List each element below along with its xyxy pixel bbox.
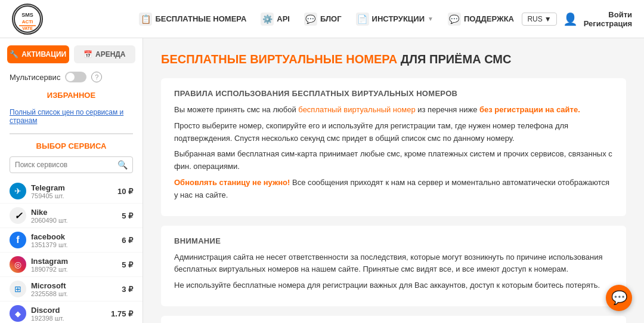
service-price-instagram: 5 ₽ <box>122 260 133 269</box>
search-box: 🔍 <box>10 156 133 173</box>
rules-title: ПРАВИЛА ИСПОЛЬЗОВАНИЯ БЕСПЛАТНЫХ ВИРТУАЛ… <box>174 89 613 98</box>
service-info-microsoft: Microsoft 2325588 шт. <box>31 281 122 297</box>
sidebar-tabs: 🔧 АКТИВАЦИИ 📅 АРЕНДА <box>0 45 143 63</box>
service-price-discord: 1.75 ₽ <box>111 309 133 318</box>
instagram-logo: ◎ <box>10 256 26 273</box>
service-info-instagram: Instagram 1890792 шт. <box>31 257 122 273</box>
toggle-knob <box>66 73 75 81</box>
facebook-logo: f <box>10 232 26 248</box>
service-name-discord: Discord <box>31 306 111 315</box>
multiservice-label: Мультисервис <box>10 73 60 82</box>
logo-icon: SMS ACTI VATE <box>12 4 43 35</box>
nav-api[interactable]: ⚙️ API <box>261 13 290 26</box>
layout: 🔧 АКТИВАЦИИ 📅 АРЕНДА Мультисервис ? ИЗБР… <box>0 38 644 323</box>
service-price-nike: 5 ₽ <box>122 211 133 220</box>
rules-box: ПРАВИЛА ИСПОЛЬЗОВАНИЯ БЕСПЛАТНЫХ ВИРТУАЛ… <box>161 78 626 216</box>
user-icon: 👤 <box>563 12 578 26</box>
rules-text2: из перечня ниже <box>416 105 479 114</box>
lang-arrow-icon: ▼ <box>544 15 552 23</box>
warning-bold: Не используйте бесплатные номера для рег… <box>174 279 613 292</box>
warning-box: ВНИМАНИЕ Администрация сайта не несет от… <box>161 226 626 306</box>
warning-title: ВНИМАНИЕ <box>174 236 613 245</box>
service-info-discord: Discord 192398 шт. <box>31 306 111 322</box>
nav-instructions[interactable]: 📄 ИНСТРУКЦИИ ▼ <box>356 13 434 26</box>
service-item-nike[interactable]: ✓ Nike 2060490 шт. 5 ₽ <box>0 204 143 228</box>
service-item-discord[interactable]: ◆ Discord 192398 шт. 1.75 ₽ <box>0 302 143 323</box>
favorites-title: ИЗБРАННОЕ <box>0 91 143 100</box>
service-name-telegram: Telegram <box>31 183 117 192</box>
nav-api-label: API <box>277 14 290 23</box>
nav-blog-label: БЛОГ <box>320 14 342 23</box>
service-item-facebook[interactable]: f facebook 1351379 шт. 6 ₽ <box>0 228 143 253</box>
service-count-facebook: 1351379 шт. <box>31 241 122 248</box>
service-name-instagram: Instagram <box>31 257 122 266</box>
rules-link2: без регистрации на сайте. <box>479 105 580 114</box>
rent-icon: 📅 <box>83 50 92 59</box>
logo-area: SMS ACTI VATE <box>12 4 131 35</box>
page-title-orange: БЕСПЛАТНЫЕ ВИРТУАЛЬНЫЕ НОМЕРА <box>161 53 397 66</box>
rules-paragraph-1: Вы можете принять смс на любой бесплатны… <box>174 104 613 116</box>
tab-rent[interactable]: 📅 АРЕНДА <box>74 45 136 63</box>
nav-support[interactable]: 💬 ПОДДЕРЖКА <box>448 13 514 26</box>
rules-paragraph-2: Просто выберите номер, скопируйте его и … <box>174 120 613 145</box>
service-price-facebook: 6 ₽ <box>122 236 133 245</box>
sidebar: 🔧 АКТИВАЦИИ 📅 АРЕНДА Мультисервис ? ИЗБР… <box>0 38 143 323</box>
multiservice-help-icon[interactable]: ? <box>91 72 102 82</box>
nav-blog[interactable]: 💬 БЛОГ <box>304 13 342 26</box>
instructions-icon: 📄 <box>356 13 369 26</box>
register-link[interactable]: Регистрация <box>584 19 632 28</box>
header-right: RUS ▼ 👤 Войти Регистрация <box>522 10 632 28</box>
multiservice-row: Мультисервис ? <box>0 72 143 82</box>
tab-activations[interactable]: 🔧 АКТИВАЦИИ <box>7 45 69 63</box>
header: SMS ACTI VATE 📋 БЕСПЛАТНЫЕ НОМЕРА ⚙️ API… <box>0 0 644 38</box>
main-content: БЕСПЛАТНЫЕ ВИРТУАЛЬНЫЕ НОМЕРА ДЛЯ ПРИЁМА… <box>143 38 644 323</box>
service-count-discord: 192398 шт. <box>31 315 111 322</box>
service-price-microsoft: 3 ₽ <box>122 285 133 294</box>
login-link[interactable]: Войти <box>608 10 632 19</box>
service-info-nike: Nike 2060490 шт. <box>31 208 122 224</box>
warning-text1: Администрация сайта не несет ответственн… <box>174 251 613 276</box>
nav-support-label: ПОДДЕРЖКА <box>464 14 514 23</box>
service-price-telegram: 10 ₽ <box>117 187 133 196</box>
instructions-arrow-icon: ▼ <box>428 16 434 22</box>
service-count-microsoft: 2325588 шт. <box>31 290 122 297</box>
blog-icon: 💬 <box>304 13 317 26</box>
service-info-telegram: Telegram 759405 шт. <box>31 183 117 199</box>
service-count-instagram: 1890792 шт. <box>31 266 122 273</box>
rules-orange: Обновлять станицу не нужно! <box>174 178 290 187</box>
support-icon: 💬 <box>448 13 461 26</box>
nav-free-numbers[interactable]: 📋 БЕСПЛАТНЫЕ НОМЕРА <box>139 13 246 26</box>
service-count-telegram: 759405 шт. <box>31 192 117 199</box>
chat-fab[interactable]: 💬 <box>606 285 632 311</box>
service-item-microsoft[interactable]: ⊞ Microsoft 2325588 шт. 3 ₽ <box>0 277 143 302</box>
rules-paragraph-4: Обновлять станицу не нужно! Все сообщени… <box>174 177 613 202</box>
api-icon: ⚙️ <box>261 13 274 26</box>
page-title: БЕСПЛАТНЫЕ ВИРТУАЛЬНЫЕ НОМЕРА ДЛЯ ПРИЁМА… <box>161 53 626 66</box>
auth-links: Войти Регистрация <box>584 10 632 28</box>
search-input[interactable] <box>15 161 117 169</box>
svg-text:ACTI: ACTI <box>22 19 33 24</box>
service-list: ✈ Telegram 759405 шт. 10 ₽ ✓ Nike 206049… <box>0 179 143 323</box>
page-title-black: ДЛЯ ПРИЁМА СМС <box>397 53 511 66</box>
microsoft-logo: ⊞ <box>10 281 26 297</box>
nav-instructions-label: ИНСТРУКЦИИ <box>372 14 425 23</box>
multiservice-toggle[interactable] <box>65 72 86 82</box>
tab-rent-label: АРЕНДА <box>95 50 126 59</box>
chat-fab-icon: 💬 <box>611 290 627 306</box>
svg-text:SMS: SMS <box>21 12 33 18</box>
language-selector[interactable]: RUS ▼ <box>522 13 556 26</box>
service-name-nike: Nike <box>31 208 122 217</box>
service-item-instagram[interactable]: ◎ Instagram 1890792 шт. 5 ₽ <box>0 253 143 277</box>
rules-link1: бесплатный виртуальный номер <box>298 105 415 114</box>
service-name-facebook: facebook <box>31 232 122 241</box>
tab-activations-label: АКТИВАЦИИ <box>21 50 66 59</box>
price-list-link[interactable]: Полный список цен по сервисам и странам <box>0 106 143 127</box>
language-value: RUS <box>527 15 542 23</box>
free-numbers-icon: 📋 <box>139 13 152 26</box>
main-nav: 📋 БЕСПЛАТНЫЕ НОМЕРА ⚙️ API 💬 БЛОГ 📄 ИНСТ… <box>131 13 522 26</box>
service-select-title: ВЫБОР СЕРВИСА <box>0 141 143 150</box>
svg-text:VATE: VATE <box>22 26 33 30</box>
service-item-telegram[interactable]: ✈ Telegram 759405 шт. 10 ₽ <box>0 179 143 204</box>
search-icon: 🔍 <box>117 160 128 170</box>
sidebar-divider <box>10 133 133 134</box>
